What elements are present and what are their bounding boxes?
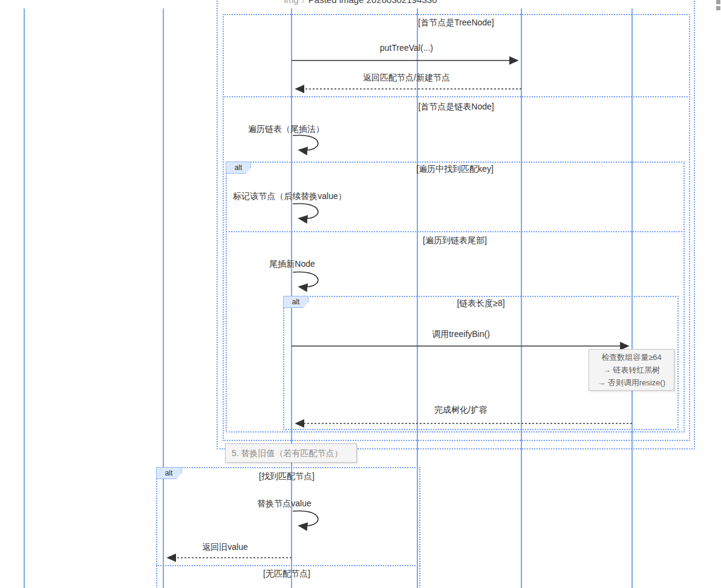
guard-label-match: [找到匹配节点] — [259, 471, 315, 482]
message-mark: 标记该节点（后续替换value） — [233, 191, 346, 202]
guard-label-tail: [遍历到链表尾部] — [423, 235, 487, 246]
note-line: → 否则调用resize() — [589, 376, 674, 389]
guard-label-listnode: [首节点是链表Node] — [418, 102, 494, 113]
guard-label-treenode: [首节点是TreeNode] — [418, 18, 494, 28]
alt-divider — [226, 231, 685, 232]
message-return-old: 返回旧value — [202, 542, 247, 553]
guard-label-foundkey: [遍历中找到匹配key] — [416, 164, 494, 175]
message-return-node: 返回匹配节点/新建节点 — [363, 73, 450, 83]
message-append: 尾插新Node — [269, 259, 315, 270]
scrollbar-dot — [716, 0, 720, 4]
scrollbar-thumb[interactable] — [716, 0, 720, 12]
step-divider-box: 5. 替换旧值（若有匹配节点） — [225, 443, 357, 463]
message-replace: 替换节点value — [257, 498, 311, 509]
diagram-canvas: img/Pasted image 20260302194330 — [0, 0, 721, 588]
message-traverse: 遍历链表（尾插法） — [248, 124, 324, 135]
note-line: 检查数组容量≥64 — [589, 351, 674, 364]
alt-tab: alt — [156, 467, 181, 479]
message-puttreeval: putTreeVal(...) — [380, 43, 433, 53]
alt-tab: alt — [226, 162, 251, 174]
message-treeify: 调用treeifyBin() — [432, 329, 490, 340]
guard-label-len8: [链表长度≥8] — [457, 298, 504, 309]
alt-tab: alt — [283, 296, 308, 308]
note-line: → 链表转红黑树 — [589, 364, 674, 376]
scrollbar-dot — [716, 6, 720, 10]
message-treeify-done: 完成树化/扩容 — [434, 405, 488, 416]
guard-label-nomatch: [无匹配节点] — [263, 569, 310, 580]
note-box: 检查数组容量≥64 → 链表转红黑树 → 否则调用resize() — [589, 349, 674, 391]
alt-divider — [223, 96, 690, 97]
alt-divider — [156, 565, 420, 566]
